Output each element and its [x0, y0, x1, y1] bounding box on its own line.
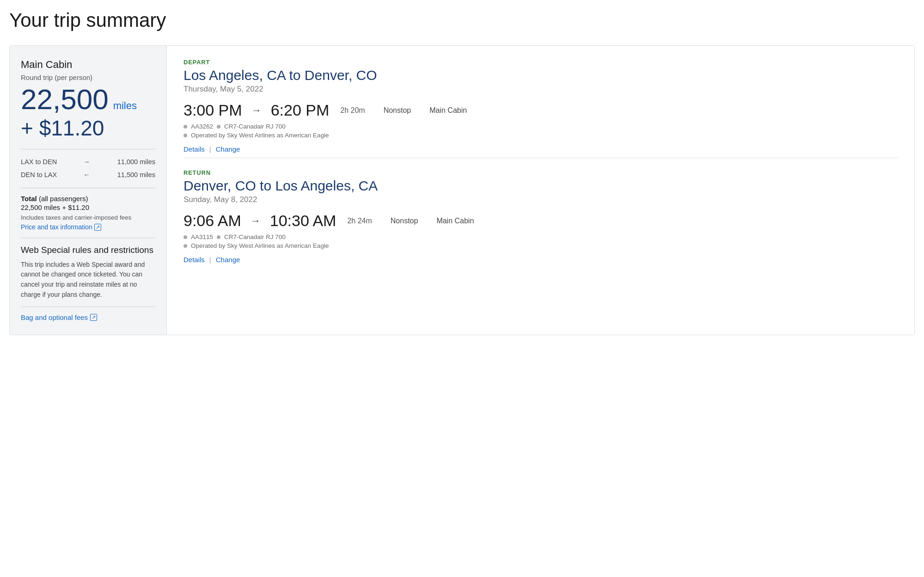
action-divider-1: | [209, 145, 211, 153]
total-section: Total (all passengers) 22,500 miles + $1… [21, 195, 155, 231]
return-direction-label: RETURN [184, 169, 898, 176]
dot-icon-3 [184, 134, 187, 137]
miles-amount: 22,500 [21, 85, 109, 114]
return-flight-details: AA3115 CR7-Canadair RJ 700 [184, 233, 898, 240]
total-bold: Total [21, 195, 37, 203]
depart-time: 3:00 PM [184, 101, 242, 119]
depart-details-link[interactable]: Details [184, 145, 205, 153]
route1-arrow: → [83, 156, 90, 169]
route-row-2: DEN to LAX ← 11,500 miles [21, 169, 155, 182]
bag-fees-link[interactable]: Bag and optional fees ↗ [21, 313, 97, 321]
return-flight-section: RETURN Denver, CO to Los Angeles, CA Sun… [184, 158, 898, 264]
depart-date: Thursday, May 5, 2022 [184, 85, 898, 94]
depart-aircraft: CR7-Canadair RJ 700 [224, 123, 286, 130]
dot-icon-6 [184, 244, 187, 248]
depart-nonstop: Nonstop [384, 106, 411, 115]
bag-fees-link-text: Bag and optional fees [21, 313, 88, 321]
return-flight-number: AA3115 [191, 233, 213, 240]
dot-icon-1 [184, 125, 187, 129]
web-special-text: This trip includes a Web Special award a… [21, 260, 155, 300]
taxes-note: Includes taxes and carrier-imposed fees [21, 214, 155, 221]
dot-icon-5 [217, 235, 220, 239]
divider-1 [21, 149, 155, 149]
return-times-row: 9:06 AM → 10:30 AM 2h 24m Nonstop Main C… [184, 212, 898, 230]
return-aircraft: CR7-Canadair RJ 700 [224, 233, 286, 240]
return-date: Sunday, May 8, 2022 [184, 195, 898, 204]
depart-flight-details: AA3262 CR7-Canadair RJ 700 [184, 123, 898, 130]
total-value: 22,500 miles + $11.20 [21, 203, 155, 211]
depart-direction-label: DEPART [184, 59, 898, 66]
return-operated-row: Operated by Sky West Airlines as America… [184, 242, 898, 249]
arrive-time: 6:20 PM [271, 101, 330, 119]
depart-flight-actions: Details | Change [184, 145, 898, 153]
miles-label: miles [113, 100, 137, 112]
route-code-1: LAX to DEN [21, 156, 58, 169]
depart-cabin-class: Main Cabin [429, 106, 467, 115]
route-code-2: DEN to LAX [21, 169, 58, 182]
depart-flight-number: AA3262 [191, 123, 213, 130]
return-details-link[interactable]: Details [184, 256, 205, 264]
page-title: Your trip summary [9, 9, 915, 36]
price-tax-link[interactable]: Price and tax information ↗ [21, 223, 101, 231]
depart-operated-row: Operated by Sky West Airlines as America… [184, 132, 898, 139]
action-divider-2: | [209, 256, 211, 264]
route1-miles: 11,000 miles [117, 156, 155, 169]
return-cabin-class: Main Cabin [436, 217, 474, 225]
miles-row: 22,500 miles [21, 85, 155, 114]
external-link-icon: ↗ [94, 224, 101, 231]
route2-arrow: ← [83, 169, 90, 182]
depart-change-link[interactable]: Change [216, 145, 240, 153]
trip-summary-container: Main Cabin Round trip (per person) 22,50… [9, 45, 915, 335]
depart-flight-section: DEPART Los Angeles, CA to Denver, CO Thu… [184, 59, 898, 153]
depart-duration: 2h 20m [340, 106, 365, 115]
total-label: Total (all passengers) [21, 195, 155, 203]
return-nonstop: Nonstop [391, 217, 418, 225]
price-tax-link-text: Price and tax information [21, 223, 92, 231]
return-time-arrow-icon: → [251, 215, 261, 227]
dot-icon-2 [217, 125, 220, 129]
depart-route-title: Los Angeles, CA to Denver, CO [184, 68, 898, 83]
return-depart-time: 9:06 AM [184, 212, 241, 230]
left-panel: Main Cabin Round trip (per person) 22,50… [10, 46, 167, 335]
return-route-title: Denver, CO to Los Angeles, CA [184, 178, 898, 194]
dot-icon-4 [184, 235, 187, 239]
cash-amount: + $11.20 [21, 116, 155, 141]
right-panel: DEPART Los Angeles, CA to Denver, CO Thu… [167, 46, 914, 335]
return-operated-by: Operated by Sky West Airlines as America… [191, 242, 329, 249]
time-arrow-icon: → [251, 104, 262, 117]
depart-operated-by: Operated by Sky West Airlines as America… [191, 132, 329, 139]
cabin-title: Main Cabin [21, 59, 155, 71]
round-trip-label: Round trip (per person) [21, 74, 155, 81]
divider-3 [21, 238, 155, 238]
route-row-1: LAX to DEN → 11,000 miles [21, 156, 155, 169]
route-breakdown: LAX to DEN → 11,000 miles DEN to LAX ← 1… [21, 156, 155, 181]
return-arrive-time: 10:30 AM [270, 212, 337, 230]
divider-2 [21, 188, 155, 188]
divider-4 [21, 307, 155, 307]
bag-fees-external-icon: ↗ [90, 314, 97, 321]
return-flight-actions: Details | Change [184, 256, 898, 264]
return-change-link[interactable]: Change [216, 256, 240, 264]
total-rest: (all passengers) [37, 195, 88, 203]
web-special-title: Web Special rules and restrictions [21, 245, 155, 256]
route2-miles: 11,500 miles [117, 169, 155, 182]
web-special-section: Web Special rules and restrictions This … [21, 245, 155, 321]
return-duration: 2h 24m [347, 217, 372, 225]
depart-times-row: 3:00 PM → 6:20 PM 2h 20m Nonstop Main Ca… [184, 101, 898, 119]
